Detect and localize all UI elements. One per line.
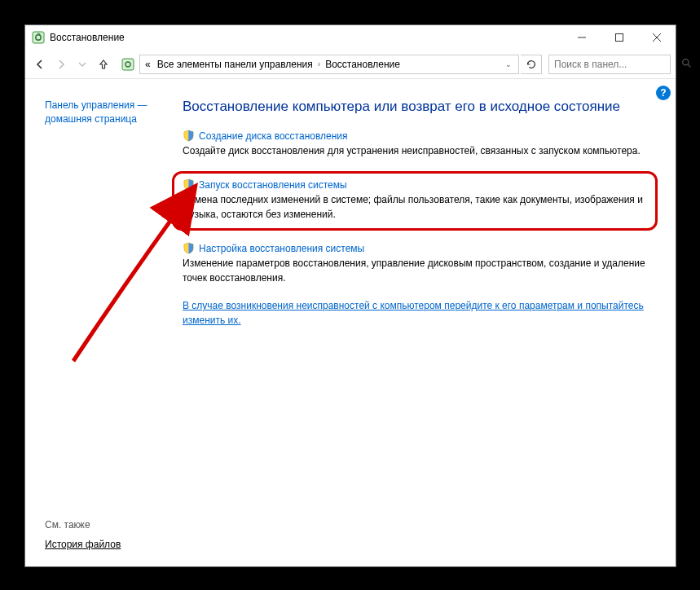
option-create-recovery-disk: Создание диска восстановления Создайте д… xyxy=(183,130,653,158)
breadcrumb-seg-2[interactable]: Восстановление xyxy=(324,59,402,70)
pc-settings-link[interactable]: В случае возникновения неисправностей с … xyxy=(183,298,653,328)
option-desc: Отмена последних изменений в системе; фа… xyxy=(183,193,647,222)
minimize-button[interactable] xyxy=(563,25,601,50)
sidebar: Панель управления — домашняя страница См… xyxy=(25,86,176,566)
window-controls xyxy=(563,25,676,50)
address-breadcrumb[interactable]: « Все элементы панели управления › Восст… xyxy=(139,55,519,74)
home-line2: домашняя страница xyxy=(45,113,137,125)
option-link-configure-restore[interactable]: Настройка восстановления системы xyxy=(183,242,653,254)
forward-button[interactable] xyxy=(51,55,71,74)
shield-icon xyxy=(183,242,195,254)
breadcrumb-seg-1[interactable]: Все элементы панели управления xyxy=(156,59,315,70)
home-line1: Панель управления — xyxy=(45,99,147,111)
search-input[interactable] xyxy=(554,59,676,70)
control-panel-window: Восстановление « Все элементы па xyxy=(24,24,676,567)
option-system-restore: Запуск восстановления системы Отмена пос… xyxy=(172,171,658,231)
option-title-text: Создание диска восстановления xyxy=(199,130,348,142)
shield-icon xyxy=(183,130,195,142)
chevron-right-icon: › xyxy=(318,59,320,68)
body: Панель управления — домашняя страница См… xyxy=(25,79,676,566)
app-icon xyxy=(32,31,45,44)
breadcrumb-dropdown[interactable]: ⌄ xyxy=(502,60,515,68)
svg-rect-3 xyxy=(616,34,623,42)
recent-dropdown[interactable] xyxy=(73,55,92,74)
up-button[interactable] xyxy=(94,55,113,74)
close-button[interactable] xyxy=(638,25,676,50)
refresh-button[interactable] xyxy=(521,55,542,74)
option-desc: Создайте диск восстановления для устране… xyxy=(183,144,653,158)
navigation-bar: « Все элементы панели управления › Восст… xyxy=(25,50,676,79)
svg-rect-6 xyxy=(122,59,134,70)
help-button[interactable]: ? xyxy=(656,86,671,100)
search-box[interactable] xyxy=(548,55,671,74)
control-panel-home-link[interactable]: Панель управления — домашняя страница xyxy=(45,99,169,126)
option-link-system-restore[interactable]: Запуск восстановления системы xyxy=(183,178,647,191)
shield-icon xyxy=(183,178,195,191)
search-icon[interactable] xyxy=(681,58,692,71)
page-heading: Восстановление компьютера или возврат ег… xyxy=(183,99,653,115)
see-also-label: См. также xyxy=(45,519,169,531)
back-button[interactable] xyxy=(30,55,50,74)
window-title: Восстановление xyxy=(50,32,125,43)
option-link-create-recovery-disk[interactable]: Создание диска восстановления xyxy=(183,130,653,142)
option-title-text: Настройка восстановления системы xyxy=(199,243,364,254)
maximize-button[interactable] xyxy=(601,25,638,50)
address-icon xyxy=(120,56,136,73)
file-history-link[interactable]: История файлов xyxy=(45,539,169,550)
titlebar: Восстановление xyxy=(25,25,676,50)
breadcrumb-prefix: « xyxy=(143,59,152,70)
svg-line-9 xyxy=(688,64,690,67)
option-title-text: Запуск восстановления системы xyxy=(199,179,347,191)
svg-point-8 xyxy=(683,59,689,64)
option-configure-restore: Настройка восстановления системы Изменен… xyxy=(183,242,653,285)
content: ? Восстановление компьютера или возврат … xyxy=(176,86,676,566)
option-desc: Изменение параметров восстановления, упр… xyxy=(183,257,653,285)
